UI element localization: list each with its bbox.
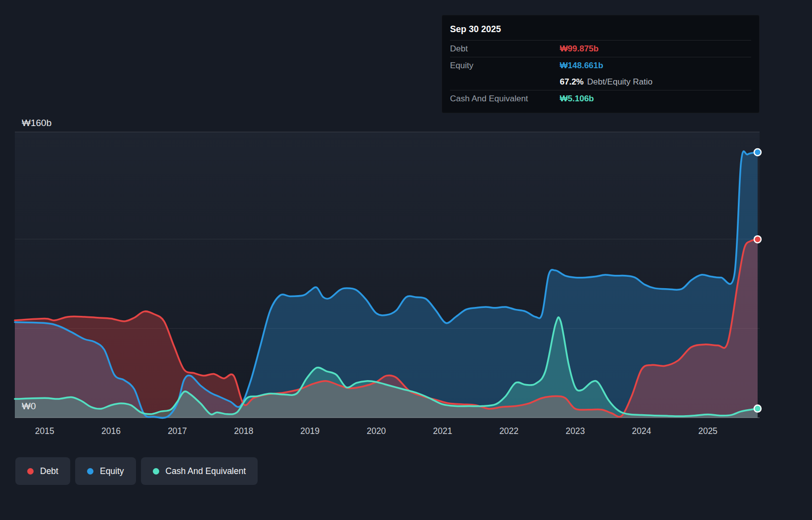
legend-debt-label: Debt [40,466,58,477]
x-tick-label-2025: 2025 [698,426,718,436]
debt-equity-ratio-label: Debt/Equity Ratio [587,77,652,87]
tooltip-debt-value: ₩99.875b [560,44,598,54]
chart-tooltip: Sep 30 2025 Debt ₩99.875b Equity ₩148.66… [442,15,760,113]
tooltip-cash-label: Cash And Equivalent [450,94,560,104]
tooltip-row-cash: Cash And Equivalent ₩5.106b [450,90,751,107]
chart-hover-area[interactable] [15,132,760,418]
tooltip-date: Sep 30 2025 [450,20,751,40]
equity-dot-icon [87,468,93,475]
y-axis-label-0: ₩0 [22,401,36,412]
x-tick-label-2022: 2022 [499,426,519,436]
x-tick-label-2015: 2015 [35,426,54,436]
tooltip-equity-value: ₩148.661b [560,61,603,71]
legend-item-debt[interactable]: Debt [15,457,70,485]
cash-dot-icon [153,468,159,475]
tooltip-row-ratio: 67.2%Debt/Equity Ratio [450,74,751,90]
x-tick-label-2019: 2019 [300,426,319,436]
tooltip-cash-value: ₩5.106b [560,94,594,104]
x-tick-label-2018: 2018 [234,426,253,436]
debt-equity-ratio-value: 67.2% [560,77,584,87]
x-tick-label-2016: 2016 [101,426,121,436]
chart-legend: Debt Equity Cash And Equivalent [15,457,258,485]
legend-item-equity[interactable]: Equity [75,457,136,485]
x-tick-label-2017: 2017 [168,426,187,436]
x-tick-label-2020: 2020 [366,426,386,436]
debt-dot-icon [27,468,34,475]
legend-item-cash[interactable]: Cash And Equivalent [141,457,258,485]
tooltip-equity-label: Equity [450,61,560,71]
y-axis-label-160b: ₩160b [22,118,51,129]
tooltip-row-debt: Debt ₩99.875b [450,40,751,57]
tooltip-row-equity: Equity ₩148.661b [450,57,751,74]
legend-cash-label: Cash And Equivalent [166,466,246,477]
legend-equity-label: Equity [100,466,124,477]
x-tick-label-2024: 2024 [632,426,651,436]
debt-equity-history-chart: 2015201620172018201920202021202220232024… [0,0,812,520]
x-tick-label-2023: 2023 [566,426,585,436]
x-tick-label-2021: 2021 [433,426,452,436]
tooltip-debt-label: Debt [450,44,560,54]
